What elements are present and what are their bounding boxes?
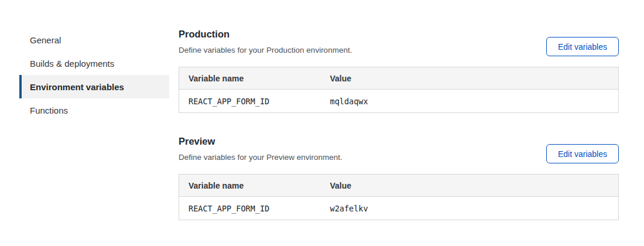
sidebar-item-builds-deployments[interactable]: Builds & deployments	[19, 52, 169, 75]
column-header-value: Value	[321, 67, 619, 90]
environment-variables-settings-page: { "sidebar": { "items": [ { "label": "Ge…	[0, 0, 644, 246]
sidebar-item-label: Functions	[30, 105, 68, 115]
sidebar-item-label: Builds & deployments	[30, 59, 114, 69]
variable-name-cell: REACT_APP_FORM_ID	[179, 197, 321, 220]
table-header-row: Variable name Value	[179, 175, 619, 197]
production-section: Production Define variables for your Pro…	[179, 28, 619, 113]
settings-sidebar: General Builds & deployments Environment…	[19, 28, 169, 122]
edit-variables-button-production[interactable]: Edit variables	[546, 37, 619, 56]
table-row: REACT_APP_FORM_ID w2afelkv	[179, 197, 619, 220]
variable-value-cell: w2afelkv	[321, 197, 619, 220]
table-row: REACT_APP_FORM_ID mqldaqwx	[179, 90, 619, 113]
sidebar-item-functions[interactable]: Functions	[19, 98, 169, 122]
main-content: Production Define variables for your Pro…	[179, 28, 619, 220]
production-variables-table: Variable name Value REACT_APP_FORM_ID mq…	[179, 67, 619, 113]
column-header-variable-name: Variable name	[179, 67, 321, 90]
preview-variables-table: Variable name Value REACT_APP_FORM_ID w2…	[179, 174, 619, 220]
edit-variables-button-preview[interactable]: Edit variables	[546, 144, 619, 163]
sidebar-item-label: Environment variables	[30, 82, 124, 92]
variable-value-cell: mqldaqwx	[321, 90, 619, 113]
sidebar-item-general[interactable]: General	[19, 28, 169, 52]
preview-section: Preview Define variables for your Previe…	[179, 135, 619, 220]
sidebar-item-environment-variables[interactable]: Environment variables	[19, 75, 169, 98]
column-header-variable-name: Variable name	[179, 175, 321, 197]
column-header-value: Value	[321, 175, 619, 197]
sidebar-item-label: General	[30, 35, 61, 45]
variable-name-cell: REACT_APP_FORM_ID	[179, 90, 321, 113]
table-header-row: Variable name Value	[179, 67, 619, 90]
